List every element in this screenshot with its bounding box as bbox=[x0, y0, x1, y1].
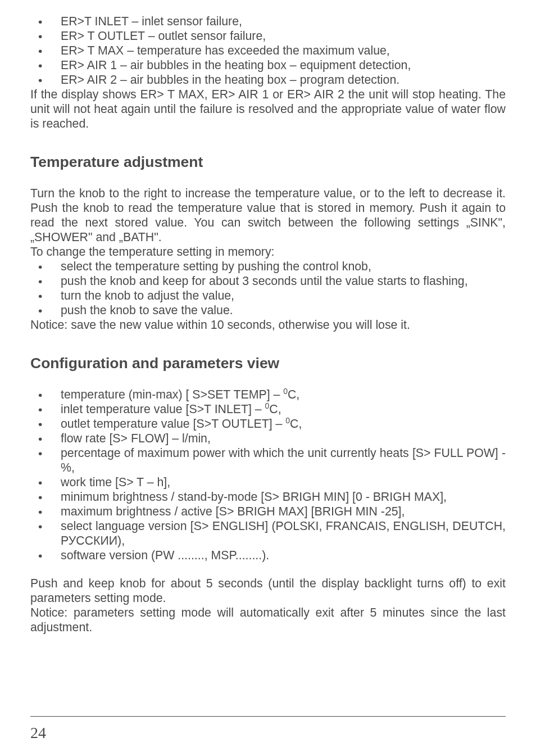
temp-adjust-list: select the temperature setting by pushin… bbox=[30, 260, 506, 318]
list-item: select language version [S> ENGLISH] (PO… bbox=[30, 519, 506, 549]
list-item: ER>T INLET – inlet sensor failure, bbox=[30, 15, 506, 29]
temp-adjust-para1: Turn the knob to the right to increase t… bbox=[30, 187, 506, 245]
error-list: ER>T INLET – inlet sensor failure, ER> T… bbox=[30, 15, 506, 88]
degree-superscript: 0 bbox=[283, 387, 288, 396]
config-para1: Push and keep knob for about 5 seconds (… bbox=[30, 577, 506, 606]
list-item: ER> AIR 1 – air bubbles in the heating b… bbox=[30, 58, 506, 73]
list-item: inlet temperature value [S>T INLET] – 0C… bbox=[30, 402, 506, 417]
list-item: minimum brightness / stand-by-mode [S> B… bbox=[30, 490, 506, 505]
list-item: software version (PW ........, MSP......… bbox=[30, 549, 506, 563]
temp-adjust-notice: Notice: save the new value within 10 sec… bbox=[30, 318, 506, 333]
footer-rule bbox=[30, 716, 506, 717]
list-item: select the temperature setting by pushin… bbox=[30, 260, 506, 274]
list-item: push the knob and keep for about 3 secon… bbox=[30, 274, 506, 289]
list-item: ER> AIR 2 – air bubbles in the heating b… bbox=[30, 73, 506, 88]
page-number: 24 bbox=[30, 723, 46, 743]
heading-temperature-adjustment: Temperature adjustment bbox=[30, 153, 506, 171]
list-item: percentage of maximum power with which t… bbox=[30, 446, 506, 476]
list-item: push the knob to save the value. bbox=[30, 304, 506, 318]
list-item: flow rate [S> FLOW] – l/min, bbox=[30, 432, 506, 446]
list-item: maximum brightness / active [S> BRIGH MA… bbox=[30, 505, 506, 519]
list-item: ER> T OUTLET – outlet sensor failure, bbox=[30, 29, 506, 44]
list-item: ER> T MAX – temperature has exceeded the… bbox=[30, 44, 506, 58]
config-list: temperature (min-max) [ S>SET TEMP] – 0C… bbox=[30, 388, 506, 563]
heading-configuration: Configuration and parameters view bbox=[30, 354, 506, 372]
error-paragraph: If the display shows ER> T MAX, ER> AIR … bbox=[30, 88, 506, 132]
list-item: outlet temperature value [S>T OUTLET] – … bbox=[30, 417, 506, 432]
list-item: temperature (min-max) [ S>SET TEMP] – 0C… bbox=[30, 388, 506, 402]
config-para2: Notice: parameters setting mode will aut… bbox=[30, 606, 506, 635]
list-item: turn the knob to adjust the value, bbox=[30, 289, 506, 304]
list-item: work time [S> T – h], bbox=[30, 476, 506, 490]
temp-adjust-para2: To change the temperature setting in mem… bbox=[30, 245, 506, 260]
degree-superscript: 0 bbox=[285, 416, 290, 425]
degree-superscript: 0 bbox=[265, 401, 270, 410]
